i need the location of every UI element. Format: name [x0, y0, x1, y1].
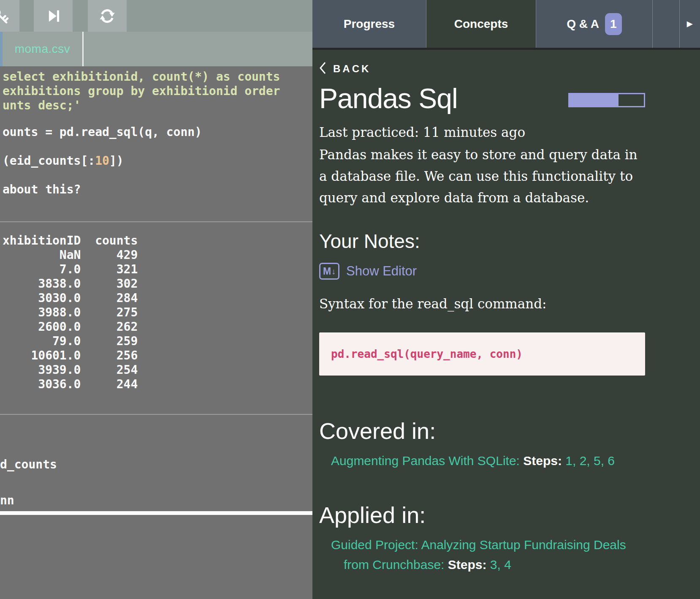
- tab-concepts[interactable]: Concepts: [426, 0, 536, 48]
- covered-steps-label: Steps:: [523, 454, 562, 468]
- notes-heading: Your Notes:: [319, 230, 645, 253]
- qa-count-badge: 1: [605, 13, 622, 35]
- covered-steps-links[interactable]: 1, 2, 5, 6: [565, 454, 615, 468]
- syntax-label: Syntax for the read_sql command:: [319, 293, 645, 315]
- refresh-icon: [99, 8, 116, 25]
- file-tab-moma-csv[interactable]: moma.csv: [3, 32, 84, 66]
- auth-key-button[interactable]: [0, 0, 19, 32]
- refresh-button[interactable]: [88, 0, 127, 32]
- covered-course-link[interactable]: Augmenting Pandas With SQLite:: [331, 454, 520, 468]
- applied-steps-label: Steps:: [448, 558, 487, 572]
- last-practiced-text: Last practiced: 11 minutes ago: [319, 122, 645, 143]
- tab-collapse[interactable]: ▶: [680, 0, 700, 48]
- code-editor-pane: moma.csv select exhibitionid, count(*) a…: [0, 0, 312, 599]
- print-code-line: (eid_counts[:10]): [3, 154, 124, 168]
- concept-progress-bar: [568, 93, 645, 107]
- tab-progress-label: Progress: [344, 17, 395, 31]
- back-button[interactable]: BACK: [319, 62, 645, 76]
- file-tab-label: moma.csv: [15, 42, 71, 56]
- show-editor-button[interactable]: M↓ Show Editor: [319, 263, 645, 280]
- applied-steps-links[interactable]: 3, 4: [490, 558, 511, 572]
- sql-query-code: select exhibitionid, count(*) as counts …: [3, 70, 280, 113]
- read-sql-code-line: ounts = pd.read_sql(q, conn): [3, 125, 202, 139]
- concept-content: BACK Pandas Sql Last practiced: 11 minut…: [312, 62, 700, 574]
- editor-toolbar: [0, 0, 312, 32]
- slice-number: 10: [95, 154, 109, 168]
- read-sql-snippet: pd.read_sql(query_name, conn): [331, 348, 523, 360]
- applied-in-line: Guided Project: Analyzing Startup Fundra…: [319, 535, 645, 574]
- file-tab-bar: moma.csv: [0, 32, 312, 66]
- pane-divider-white[interactable]: [0, 511, 312, 515]
- show-editor-label: Show Editor: [346, 264, 417, 279]
- cell-divider: [0, 414, 312, 415]
- tab-progress[interactable]: Progress: [312, 0, 426, 48]
- tab-qa-label: Q & A: [567, 17, 599, 31]
- output-table-rows: NaN 429 7.0 321 3838.0 302 3030.0 284 39…: [3, 248, 138, 392]
- markdown-icon: M↓: [319, 263, 339, 280]
- step-forward-button[interactable]: [34, 0, 73, 32]
- chevron-right-icon: ▶: [687, 19, 692, 28]
- page-title: Pandas Sql: [319, 84, 458, 113]
- output-divider: [0, 221, 312, 222]
- covered-in-line: Augmenting Pandas With SQLite: Steps: 1,…: [319, 451, 645, 471]
- output-table-header: xhibitionID counts: [3, 234, 138, 248]
- tab-qa[interactable]: Q & A 1: [536, 0, 653, 48]
- tab-concepts-label: Concepts: [454, 17, 508, 31]
- title-row: Pandas Sql: [319, 84, 645, 113]
- panel-tab-bar: Progress Concepts Q & A 1 ▶: [312, 0, 700, 50]
- conn-code-line: nn: [0, 493, 14, 508]
- chevron-left-icon: [319, 62, 326, 76]
- query-output-table: xhibitionID counts NaN 429 7.0 321 3838.…: [3, 234, 138, 392]
- covered-in-heading: Covered in:: [319, 418, 645, 444]
- code-area[interactable]: select exhibitionid, count(*) as counts …: [0, 66, 312, 599]
- concept-description: Pandas makes it easy to store and query …: [319, 144, 645, 209]
- dcounts-code-line: d_counts: [0, 457, 57, 472]
- question-code-line: about this?: [3, 182, 81, 197]
- syntax-code-block: pd.read_sql(query_name, conn): [319, 332, 645, 376]
- step-forward-icon: [46, 8, 61, 24]
- back-label: BACK: [333, 63, 371, 75]
- concepts-panel: Progress Concepts Q & A 1 ▶ BACK Pandas …: [312, 0, 700, 599]
- tab-spacer: [653, 0, 680, 48]
- concept-progress-fill: [570, 94, 619, 106]
- applied-in-heading: Applied in:: [319, 502, 645, 528]
- key-icon: [0, 7, 9, 25]
